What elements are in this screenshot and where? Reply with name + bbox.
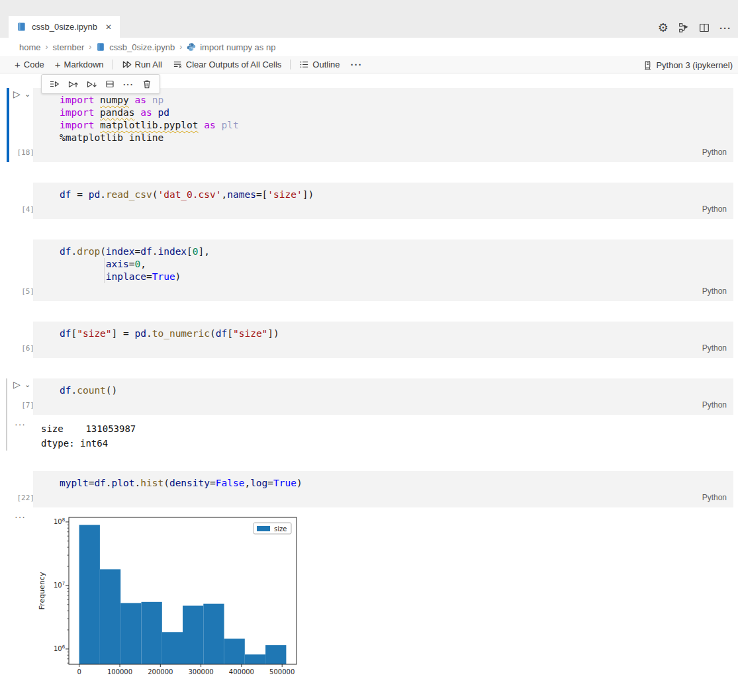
cell-editor[interactable]: df["size"] = pd.to_numeric(df["size"])Py… [33, 322, 733, 358]
add-code-cell-button[interactable]: + Code [9, 57, 50, 73]
run-cell-button[interactable]: ▷ [13, 89, 21, 99]
code-token: df [216, 328, 227, 339]
code-token: index [158, 246, 187, 257]
output-options-icon[interactable]: ··· [15, 419, 26, 429]
cell-editor[interactable]: df.drop(index=df.index[0], axis=0, inpla… [33, 240, 733, 301]
cell-language-indicator[interactable]: Python [60, 490, 733, 507]
split-editor-icon[interactable] [699, 22, 710, 33]
code-token: np [152, 95, 163, 105]
code-token: False [216, 478, 245, 488]
add-markdown-label: Markdown [64, 60, 104, 69]
notebook-cell[interactable]: [6]df["size"] = pd.to_numeric(df["size"]… [7, 322, 733, 358]
code-token: read_csv [106, 189, 152, 200]
cell-language-indicator[interactable]: Python [60, 283, 733, 301]
breadcrumb-file[interactable]: cssb_0size.ipynb [109, 42, 175, 52]
notebook-cell-block: [5]df.drop(index=df.index[0], axis=0, in… [0, 240, 738, 301]
code-token: = [267, 478, 273, 488]
code-token: = [129, 259, 135, 269]
notebook-cell-block: ▷⌄[7]df.count()Python···size 131053987dt… [0, 378, 738, 451]
code-token: , [244, 478, 250, 488]
svg-text:0: 0 [77, 668, 81, 676]
code-token: ] = [112, 328, 135, 339]
python-icon [187, 42, 196, 52]
code-token: df [94, 478, 105, 488]
code-token: matplotlib.pyplot [100, 120, 198, 130]
run-options-chevron-icon[interactable]: ⌄ [24, 91, 30, 98]
code-token: count [77, 385, 106, 396]
breadcrumb-symbol[interactable]: import numpy as np [200, 42, 275, 52]
code-token: , [140, 259, 146, 269]
code-token: pd [135, 328, 146, 339]
kernel-picker[interactable]: Python 3 (ipykernel) [640, 56, 735, 73]
svg-text:107: 107 [54, 581, 65, 589]
cell-editor[interactable]: df = pd.read_csv('dat_0.csv',names=['siz… [33, 183, 733, 219]
notebook-file-icon [17, 22, 26, 32]
code-token: hist [140, 478, 163, 488]
tab-cssb-0size-ipynb[interactable]: cssb_0size.ipynb ✕ [9, 16, 120, 38]
svg-text:300000: 300000 [189, 668, 214, 676]
code-token: as [204, 120, 221, 130]
more-actions-icon[interactable]: ··· [719, 22, 731, 34]
code-token: log [250, 478, 267, 488]
execution-count: [22] [17, 494, 35, 502]
outline-button[interactable]: Outline [294, 57, 345, 73]
code-token: . [106, 478, 112, 488]
gear-icon[interactable]: ⚙ [658, 22, 669, 34]
svg-text:200000: 200000 [148, 668, 173, 676]
code-token [60, 271, 106, 282]
code-token: pd [89, 189, 100, 200]
split-cell-icon[interactable] [103, 77, 117, 91]
execute-cell-and-below-icon[interactable] [84, 77, 99, 91]
cell-language-indicator[interactable]: Python [60, 144, 733, 162]
run-options-chevron-icon[interactable]: ⌄ [24, 381, 30, 388]
run-by-line-icon[interactable] [47, 77, 62, 91]
code-line: import numpy as np [60, 94, 733, 107]
code-token: . [146, 328, 152, 339]
code-token: [ [227, 328, 233, 339]
cell-language-indicator[interactable]: Python [60, 397, 733, 415]
code-token: ) [175, 271, 181, 282]
notebook-cell[interactable]: ▷⌄[18]import numpy as npimport pandas as… [7, 88, 733, 162]
cell-editor[interactable]: myplt=df.plot.hist(density=False,log=Tru… [33, 471, 733, 507]
cell-hover-toolbar: ··· [41, 74, 160, 94]
cell-editor[interactable]: df.count()Python [33, 378, 733, 415]
code-token: df [60, 385, 71, 396]
code-line: myplt=df.plot.hist(density=False,log=Tru… [60, 477, 733, 490]
delete-cell-icon[interactable] [140, 77, 154, 91]
add-code-label: Code [24, 60, 44, 69]
execute-above-cells-icon[interactable] [66, 77, 80, 91]
run-cell-button[interactable]: ▷ [13, 380, 21, 389]
notebook-cell[interactable]: [5]df.drop(index=df.index[0], axis=0, in… [7, 240, 733, 301]
code-token: = [71, 189, 88, 200]
clear-outputs-button[interactable]: Clear Outputs of All Cells [167, 57, 287, 73]
cell-editor[interactable]: import numpy as npimport pandas as pdimp… [33, 88, 733, 162]
run-all-button[interactable]: Run All [116, 57, 167, 73]
code-token: . [135, 478, 141, 488]
cell-output: ···size 131053987dtype: int64 [7, 420, 733, 451]
code-line: df["size"] = pd.to_numeric(df["size"]) [60, 328, 733, 340]
breadcrumb: home › sternber › cssb_0size.ipynb › imp… [0, 38, 738, 56]
code-token: myplt [60, 478, 89, 488]
notebook-cell[interactable]: [4]df = pd.read_csv('dat_0.csv',names=['… [7, 183, 733, 219]
cell-more-actions-icon[interactable]: ··· [121, 77, 136, 91]
notebook-cell[interactable]: ▷⌄[7]df.count()Python [7, 378, 733, 415]
notebook-cell[interactable]: [22]myplt=df.plot.hist(density=False,log… [7, 471, 733, 507]
breadcrumb-home[interactable]: home [19, 42, 41, 52]
code-line: %matplotlib inline [60, 132, 733, 144]
code-token: . [100, 189, 106, 200]
code-token [199, 120, 205, 130]
cell-language-indicator[interactable]: Python [60, 201, 733, 219]
code-token: df [140, 246, 152, 257]
code-token: ) [297, 478, 302, 488]
code-token: ]) [267, 328, 279, 339]
add-markdown-cell-button[interactable]: + Markdown [50, 57, 109, 73]
output-options-icon[interactable]: ··· [15, 511, 26, 522]
notebook-toolbar: + Code + Markdown Run All Clear Outputs … [0, 56, 738, 73]
breadcrumb-folder[interactable]: sternber [53, 42, 85, 52]
close-icon[interactable]: ✕ [105, 22, 112, 32]
run-session-icon[interactable] [678, 22, 689, 33]
svg-text:106: 106 [54, 644, 66, 652]
cell-language-indicator[interactable]: Python [60, 340, 733, 358]
code-token: plot [112, 478, 135, 488]
toolbar-more-button[interactable]: ··· [346, 57, 368, 73]
